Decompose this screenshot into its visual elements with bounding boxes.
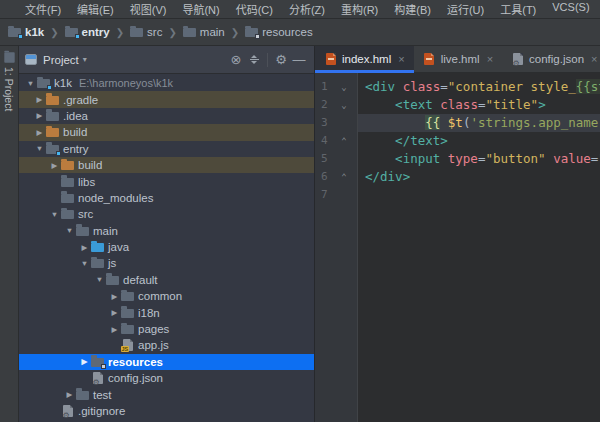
menu-item[interactable]: 工具(T) — [492, 0, 544, 19]
tree-row[interactable]: ▼entry — [19, 141, 314, 157]
menu-item[interactable]: 编辑(E) — [69, 0, 122, 19]
tree-row[interactable]: .gitignore — [19, 403, 314, 419]
chevron-collapsed-icon[interactable]: ▶ — [48, 161, 61, 170]
settings-button[interactable]: ⚙ — [272, 51, 290, 69]
menu-item[interactable]: 运行(U) — [439, 0, 492, 19]
chevron-expanded-icon[interactable]: ▼ — [78, 259, 91, 268]
tree-row[interactable]: ▶common — [19, 288, 314, 304]
tree-item-label: common — [138, 290, 182, 302]
folder-icon — [46, 145, 59, 154]
folder-icon — [121, 309, 134, 318]
code-token — [365, 115, 425, 130]
hide-panel-button[interactable]: — — [290, 51, 308, 69]
tree-item-label: default — [123, 274, 158, 286]
close-icon[interactable]: × — [591, 53, 597, 65]
project-tree: ▼k1kE:\harmoneyos\k1k▶.gradle▶.idea▶buil… — [19, 74, 314, 422]
code-token — [395, 79, 403, 94]
editor-tab[interactable]: index.hml× — [315, 46, 414, 72]
close-icon[interactable]: × — [398, 53, 404, 65]
tree-row[interactable]: ▶i18n — [19, 304, 314, 320]
tree-row[interactable]: node_modules — [19, 190, 314, 206]
menu-item[interactable]: 导航(N) — [174, 0, 227, 19]
code-token: value — [553, 151, 591, 166]
collapse-all-button[interactable] — [245, 51, 263, 69]
code-token: <div — [365, 79, 395, 94]
breadcrumb-item[interactable]: main — [181, 26, 227, 38]
menu-item[interactable]: 重构(R) — [333, 0, 386, 19]
chevron-collapsed-icon[interactable]: ▶ — [78, 357, 91, 366]
chevron-collapsed-icon[interactable]: ▶ — [33, 111, 46, 120]
tree-item-label: node_modules — [78, 192, 153, 204]
project-view-title[interactable]: Project — [43, 54, 79, 66]
chevron-collapsed-icon[interactable]: ▶ — [33, 128, 46, 137]
code-token: </div> — [365, 169, 410, 184]
tree-row[interactable]: app.js — [19, 337, 314, 353]
project-tool-button[interactable]: 1: Project — [3, 67, 15, 111]
line-number: 6 — [321, 168, 335, 186]
breadcrumb-item[interactable]: entry — [63, 26, 112, 38]
tree-row[interactable]: ▶build — [19, 124, 314, 140]
fold-marker-icon[interactable]: ⌄ — [335, 96, 353, 114]
chevron-collapsed-icon[interactable]: ▶ — [33, 95, 46, 104]
code-line: <text class="title"> — [358, 96, 600, 114]
tree-row[interactable]: libs — [19, 173, 314, 189]
code-area[interactable]: 1⌄2⌄34⌃56⌃7 <div class="container style_… — [315, 73, 600, 422]
chevron-expanded-icon[interactable]: ▼ — [24, 79, 37, 88]
menu-item[interactable]: 代码(C) — [228, 0, 281, 19]
code-token: = — [440, 79, 448, 94]
tree-item-label: build — [78, 159, 102, 171]
tree-row[interactable]: ▶test — [19, 386, 314, 402]
tree-item-label: test — [93, 389, 112, 401]
tree-row[interactable]: config.json — [19, 370, 314, 386]
tree-item-label: app.js — [138, 339, 169, 351]
tree-row[interactable]: ▼js — [19, 255, 314, 271]
close-icon[interactable]: × — [487, 53, 493, 65]
tree-row[interactable]: ▼src — [19, 206, 314, 222]
tree-row[interactable]: ▼default — [19, 272, 314, 288]
chevron-collapsed-icon[interactable]: ▶ — [108, 325, 121, 334]
chevron-expanded-icon[interactable]: ▼ — [63, 226, 76, 235]
project-view-icon — [25, 54, 37, 65]
locate-file-button[interactable]: ⊗ — [227, 51, 245, 69]
tree-item-label: src — [78, 208, 93, 220]
line-number: 7 — [321, 186, 335, 204]
tree-row[interactable]: ▶.idea — [19, 108, 314, 124]
tree-row[interactable]: ▶pages — [19, 321, 314, 337]
chevron-collapsed-icon[interactable]: ▶ — [108, 308, 121, 317]
tree-row[interactable]: ▶build — [19, 157, 314, 173]
tree-row[interactable]: ▼main — [19, 223, 314, 239]
menu-item[interactable]: 分析(Z) — [281, 0, 333, 19]
chevron-collapsed-icon[interactable]: ▶ — [108, 292, 121, 301]
tree-row[interactable]: ▶.gradle — [19, 91, 314, 107]
chevron-expanded-icon[interactable]: ▼ — [93, 275, 106, 284]
code-token: "container style_ — [448, 79, 576, 94]
file-gear-icon — [63, 405, 73, 417]
res-badge — [255, 34, 260, 39]
breadcrumb-item[interactable]: src — [128, 26, 164, 38]
folder-icon — [121, 292, 134, 301]
tree-row[interactable]: ▶resources — [19, 354, 314, 370]
folder-icon — [61, 194, 74, 203]
menu-item[interactable]: VCS(S) — [544, 0, 597, 19]
tree-row[interactable]: ▼k1kE:\harmoneyos\k1k — [19, 75, 314, 91]
menu-item[interactable]: 构建(B) — [386, 0, 439, 19]
tree-item-label: config.json — [108, 372, 163, 384]
breadcrumb-item[interactable]: k1k — [6, 26, 46, 38]
tree-row[interactable]: ▶java — [19, 239, 314, 255]
breadcrumb-item[interactable]: resources — [243, 26, 315, 38]
chevron-collapsed-icon[interactable]: ▶ — [63, 390, 76, 399]
fold-marker-icon[interactable]: ⌃ — [335, 168, 353, 186]
folder-icon — [91, 259, 104, 268]
editor-tab[interactable]: config.json× — [502, 46, 600, 72]
menu-item[interactable]: 文件(F) — [17, 0, 69, 19]
chevron-expanded-icon[interactable]: ▼ — [33, 144, 46, 153]
menu-item[interactable]: 视图(V) — [122, 0, 175, 19]
chevron-collapsed-icon[interactable]: ▶ — [78, 243, 91, 252]
chevron-down-icon: ▾ — [83, 55, 87, 64]
fold-marker-icon[interactable]: ⌄ — [335, 78, 353, 96]
chevron-expanded-icon[interactable]: ▼ — [48, 210, 61, 219]
tree-item-label: resources — [108, 356, 163, 368]
tree-item-label: i18n — [138, 307, 160, 319]
editor-tab[interactable]: live.hml× — [414, 46, 502, 72]
fold-marker-icon[interactable]: ⌃ — [335, 132, 353, 150]
